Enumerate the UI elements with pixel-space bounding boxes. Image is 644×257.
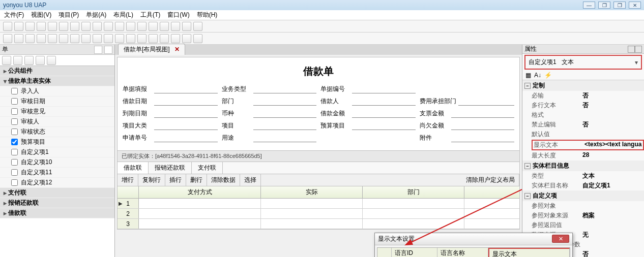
form-field-input[interactable]: [154, 133, 218, 142]
grid-header-actual[interactable]: 实际: [261, 186, 363, 198]
save-icon[interactable]: [25, 22, 35, 31]
same-width-icon[interactable]: [70, 34, 79, 43]
form-field[interactable]: 业务类型: [222, 84, 317, 93]
selected-component[interactable]: 自定义项1 文本 ▾: [524, 55, 642, 70]
prop-events-icon[interactable]: ⚡: [544, 72, 552, 79]
property-value[interactable]: [582, 130, 644, 139]
layout-icon[interactable]: [126, 22, 135, 31]
tree-item[interactable]: 自定义项11: [0, 168, 114, 178]
property-value[interactable]: 无: [582, 231, 644, 239]
form-field[interactable]: [420, 84, 515, 93]
menu-window[interactable]: 窗口(W): [167, 11, 189, 19]
property-category[interactable]: −定制: [522, 80, 644, 91]
cell[interactable]: [261, 199, 363, 208]
property-value[interactable]: 否: [582, 250, 644, 257]
form-field[interactable]: 尚欠金额: [420, 121, 515, 130]
tree-item-checkbox[interactable]: [11, 118, 18, 125]
menu-project[interactable]: 项目(P): [58, 11, 79, 19]
property-value[interactable]: 档案: [582, 211, 644, 220]
tree-item-checkbox[interactable]: [11, 128, 18, 135]
property-value[interactable]: [582, 111, 644, 119]
property-value[interactable]: [582, 202, 644, 210]
align-right-icon[interactable]: [25, 34, 35, 43]
form-field[interactable]: 部门: [222, 97, 317, 106]
tree-item[interactable]: 自定义项12: [0, 178, 114, 188]
prop-sort-categorized-icon[interactable]: ▦: [525, 72, 531, 79]
row-header[interactable]: 2: [118, 209, 139, 218]
delete-icon[interactable]: [81, 22, 91, 31]
tree-item-checkbox[interactable]: [11, 159, 18, 166]
property-panel-pin-icon[interactable]: [628, 46, 635, 53]
property-value[interactable]: 否: [582, 101, 644, 110]
help-icon[interactable]: [193, 22, 202, 31]
menu-help[interactable]: 帮助(H): [197, 11, 218, 19]
redo-icon[interactable]: [104, 22, 113, 31]
property-value[interactable]: [582, 221, 644, 230]
menu-tools[interactable]: 工具(T): [140, 11, 160, 19]
align-left-icon[interactable]: [3, 34, 12, 43]
property-value[interactable]: 否: [582, 120, 644, 129]
display-text-settings-dialog[interactable]: 显示文本设置 ✕ 语言ID 语言名称 显示文本 ▶ZH-CN简体中文自定义项1Z…: [374, 233, 573, 257]
tree-item[interactable]: 录入人: [0, 86, 114, 97]
copy-icon[interactable]: [59, 22, 68, 31]
tree-folder2-icon[interactable]: [36, 56, 45, 65]
undo-icon[interactable]: [93, 22, 102, 31]
tree-group[interactable]: ▸支付联: [0, 188, 114, 198]
settings-icon[interactable]: [149, 22, 158, 31]
open-icon[interactable]: [14, 22, 23, 31]
form-field[interactable]: 项目大类: [123, 121, 218, 130]
cut-icon[interactable]: [48, 22, 57, 31]
grid-toolbar-button[interactable]: 删行: [186, 174, 207, 186]
tree-item[interactable]: 审核状态: [0, 127, 114, 137]
tree-item[interactable]: 审核意见: [0, 107, 114, 117]
sub-tab[interactable]: 支付联: [192, 162, 223, 174]
property-row[interactable]: 参照对象来源档案: [522, 211, 644, 220]
align-bottom-icon[interactable]: [59, 34, 68, 43]
tree-folder-icon[interactable]: [24, 56, 34, 65]
distribute-h-icon[interactable]: [93, 34, 102, 43]
form-field[interactable]: 用途: [222, 133, 317, 142]
property-row[interactable]: 必输否: [522, 91, 644, 101]
stop-icon[interactable]: [182, 22, 191, 31]
form-field-input[interactable]: [154, 109, 218, 118]
tree-group[interactable]: ▾借款单主表实体: [0, 76, 114, 86]
property-value[interactable]: <texts><text languag: [584, 141, 642, 149]
tree-item-checkbox[interactable]: [11, 179, 18, 186]
property-value[interactable]: 文本: [582, 172, 644, 180]
document-tab-close-icon[interactable]: ✕: [174, 46, 180, 53]
form-field-input[interactable]: [253, 84, 317, 93]
cell[interactable]: [363, 209, 464, 218]
property-value[interactable]: 否: [582, 91, 644, 100]
cell[interactable]: [363, 219, 464, 229]
menu-layout[interactable]: 布局(L): [113, 11, 133, 19]
grid-icon[interactable]: [115, 22, 124, 31]
zoom-icon[interactable]: [193, 34, 202, 43]
cell[interactable]: [139, 199, 261, 208]
grid-toolbar-button[interactable]: 增行: [118, 174, 138, 186]
tree-item-checkbox[interactable]: [11, 169, 18, 176]
same-height-icon[interactable]: [81, 34, 91, 43]
property-category[interactable]: −自定义项: [522, 190, 644, 201]
form-field-input[interactable]: [352, 121, 416, 130]
form-field-input[interactable]: [352, 84, 416, 93]
menu-file[interactable]: 文件(F): [4, 11, 24, 19]
property-row[interactable]: 格式: [522, 110, 644, 120]
left-panel-pin-icon[interactable]: [94, 46, 102, 54]
form-field[interactable]: 单据填报: [123, 84, 218, 93]
tree-item-checkbox[interactable]: [11, 139, 18, 145]
property-row[interactable]: 多行文本否: [522, 101, 644, 110]
run-icon[interactable]: [171, 22, 180, 31]
tree-item[interactable]: 审核日期: [0, 97, 114, 107]
row-header[interactable]: 3: [118, 219, 139, 229]
form-field[interactable]: 借款日期: [123, 97, 218, 106]
sub-tab[interactable]: 报销还款联: [149, 162, 192, 174]
grid-toolbar-button[interactable]: 选择: [240, 174, 261, 186]
tree-item-checkbox[interactable]: [11, 88, 18, 94]
form-field[interactable]: 费用承担部门: [420, 97, 515, 106]
sub-tab[interactable]: 借款联: [118, 162, 149, 174]
form-field[interactable]: 支票金额: [420, 109, 515, 118]
document-tab[interactable]: 借款单[布局视图] ✕: [118, 44, 185, 55]
window-restore-button[interactable]: ❐: [598, 2, 610, 9]
property-row[interactable]: 参照返回值: [522, 220, 644, 230]
tree-table-icon[interactable]: [47, 56, 56, 65]
